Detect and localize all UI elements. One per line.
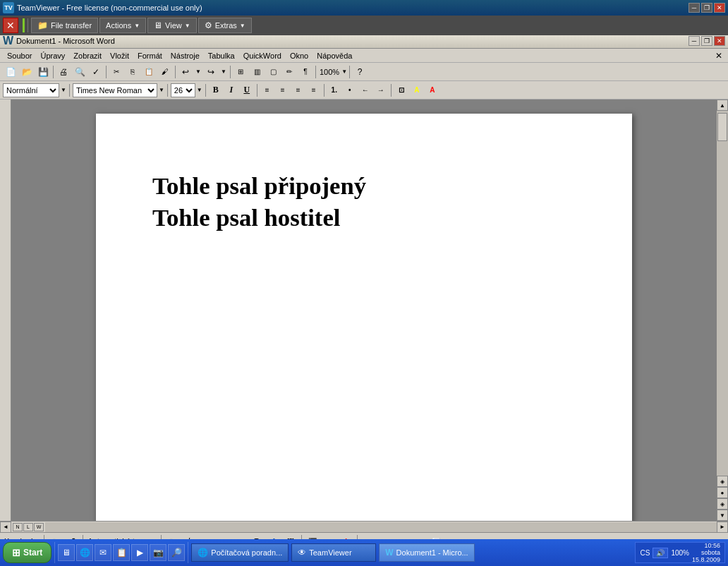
style-dropdown-arrow[interactable]: ▼ — [61, 87, 66, 93]
scroll-left-btn[interactable]: ◄ — [0, 522, 11, 533]
paste-btn[interactable]: 📋 — [141, 65, 157, 79]
open-btn[interactable]: 📂 — [19, 65, 35, 79]
menubar-close-btn[interactable]: ✕ — [712, 51, 725, 61]
menu-quickword[interactable]: QuickWord — [239, 50, 286, 61]
redo-btn[interactable]: ↪ — [203, 65, 219, 79]
align-center-btn[interactable]: ≡ — [276, 83, 290, 97]
menu-upravy[interactable]: Úpravy — [36, 50, 69, 61]
new-btn[interactable]: 📄 — [3, 65, 18, 79]
justify-btn[interactable]: ≡ — [307, 83, 321, 97]
scroll-next-page-btn[interactable]: ◈ — [717, 498, 728, 510]
web-view-btn[interactable]: W — [34, 523, 44, 531]
undo-dropdown-btn[interactable]: ▼ — [194, 65, 202, 79]
underline-btn[interactable]: U — [240, 83, 254, 97]
teamviewer-close-btn[interactable]: ✕ — [714, 3, 725, 13]
menu-nastroje[interactable]: Nástroje — [166, 50, 204, 61]
word-window-controls: ─ ❐ ✕ — [688, 36, 725, 46]
menu-tabulka[interactable]: Tabulka — [204, 50, 239, 61]
tray-clock: 10:56 sobota 15.8.2009 — [692, 542, 720, 563]
quick-launch-2[interactable]: 🌐 — [76, 544, 93, 561]
taskbar-item-word[interactable]: W Dokument1 - Micro... — [379, 543, 474, 562]
h-scroll-track[interactable] — [45, 522, 717, 532]
menu-vlozit[interactable]: Vložit — [106, 50, 133, 61]
quick-launch-4[interactable]: 📋 — [113, 544, 130, 561]
scroll-up-btn[interactable]: ▲ — [717, 100, 728, 111]
tray-volume[interactable]: 🔊 — [653, 548, 668, 558]
scroll-page-indicator[interactable]: ● — [717, 487, 728, 498]
word-minimize-btn[interactable]: ─ — [688, 36, 700, 46]
table-btn[interactable]: ⊞ — [233, 65, 248, 79]
scroll-thumb[interactable] — [717, 113, 727, 141]
style-dropdown[interactable]: Normální — [3, 83, 59, 97]
tv-actions-btn[interactable]: Actions ▼ — [99, 18, 146, 33]
vertical-scrollbar[interactable]: ▲ ◈ ● ◈ ▼ — [717, 100, 728, 521]
menu-soubor[interactable]: Soubor — [3, 50, 36, 61]
font-dropdown[interactable]: Times New Roman — [73, 83, 157, 97]
increase-indent-btn[interactable]: → — [374, 83, 388, 97]
scroll-right-btn[interactable]: ► — [717, 522, 728, 533]
spellcheck-btn[interactable]: ✓ — [88, 65, 104, 79]
taskbar-sep-2 — [188, 542, 188, 563]
cut-btn[interactable]: ✂ — [109, 65, 124, 79]
teamviewer-minimize-btn[interactable]: ─ — [688, 3, 700, 13]
word-close-btn[interactable]: ✕ — [714, 36, 725, 46]
layout-view-btn[interactable]: L — [23, 523, 33, 531]
scroll-track[interactable] — [717, 111, 728, 476]
border-btn[interactable]: ⊡ — [394, 83, 408, 97]
toolbar-sep-6 — [349, 66, 350, 78]
quick-launch-3[interactable]: ✉ — [95, 544, 111, 561]
quick-launch-6[interactable]: 📷 — [150, 544, 166, 561]
word-restore-btn[interactable]: ❐ — [701, 36, 712, 46]
quick-launch-1[interactable]: 🖥 — [58, 544, 75, 561]
format-painter-btn[interactable]: 🖌 — [157, 65, 173, 79]
teamviewer-restore-btn[interactable]: ❐ — [701, 3, 712, 13]
left-ruler-area — [0, 100, 11, 521]
numbering-btn[interactable]: 1. — [327, 83, 341, 97]
system-tray: CS 🔊 100% 10:56 sobota 15.8.2009 — [635, 542, 725, 563]
font-color-btn[interactable]: A — [425, 83, 439, 97]
size-dropdown-arrow[interactable]: ▼ — [197, 87, 202, 93]
quick-launch-5[interactable]: ▶ — [131, 544, 148, 561]
tv-extras-btn[interactable]: ⚙ Extras ▼ — [198, 18, 252, 33]
bold-btn[interactable]: B — [209, 83, 223, 97]
frame-btn[interactable]: ▢ — [265, 65, 281, 79]
decrease-indent-btn[interactable]: ← — [358, 83, 372, 97]
help-btn[interactable]: ? — [352, 65, 368, 79]
menu-napoveda[interactable]: Nápověda — [313, 50, 356, 61]
tv-view-btn[interactable]: 🖥 View ▼ — [147, 18, 197, 33]
undo-btn[interactable]: ↩ — [178, 65, 193, 79]
menu-okno[interactable]: Okno — [286, 50, 313, 61]
drawing-btn[interactable]: ✏ — [281, 65, 297, 79]
normal-view-btn[interactable]: N — [13, 523, 23, 531]
fmt-sep-1 — [69, 84, 70, 97]
quick-launch-7[interactable]: 🔎 — [168, 544, 185, 561]
scroll-down-btn[interactable]: ▼ — [717, 510, 728, 521]
quick-launch: 🖥 🌐 ✉ 📋 ▶ 📷 🔎 — [58, 544, 185, 561]
italic-btn[interactable]: I — [224, 83, 238, 97]
copy-btn[interactable]: ⎘ — [125, 65, 140, 79]
menu-format[interactable]: Formát — [133, 50, 166, 61]
menu-zobrazit[interactable]: Zobrazit — [69, 50, 106, 61]
taskbar-item-teamviewer[interactable]: 👁 TeamViewer — [291, 543, 376, 562]
font-dropdown-arrow[interactable]: ▼ — [159, 87, 164, 93]
size-dropdown[interactable]: 26 — [171, 83, 195, 97]
redo-dropdown-btn[interactable]: ▼ — [219, 65, 228, 79]
start-button[interactable]: ⊞ Start — [3, 542, 51, 563]
tv-file-transfer-btn[interactable]: 📁 File transfer — [31, 18, 98, 33]
print-btn[interactable]: 🖨 — [56, 65, 71, 79]
columns-btn[interactable]: ▥ — [249, 65, 265, 79]
scroll-prev-page-btn[interactable]: ◈ — [717, 476, 728, 487]
align-left-btn[interactable]: ≡ — [260, 83, 274, 97]
bullets-btn[interactable]: • — [343, 83, 357, 97]
document-page[interactable]: Tohle psal připojený Tohle psal hostitel — [96, 114, 632, 521]
save-btn[interactable]: 💾 — [35, 65, 51, 79]
zoom-dropdown[interactable]: ▼ — [341, 68, 347, 75]
align-right-btn[interactable]: ≡ — [291, 83, 305, 97]
print-preview-btn[interactable]: 🔍 — [72, 65, 87, 79]
formatting-toolbar: Normální ▼ Times New Roman ▼ 26 ▼ B I U … — [0, 81, 728, 100]
highlight-btn[interactable]: A — [410, 83, 424, 97]
document-area[interactable]: Tohle psal připojený Tohle psal hostitel — [11, 100, 717, 521]
show-hide-btn[interactable]: ¶ — [298, 65, 313, 79]
tv-disconnect-btn[interactable]: ✕ — [3, 18, 18, 33]
taskbar-item-poradna[interactable]: 🌐 Počítačová poradn... — [191, 543, 289, 562]
